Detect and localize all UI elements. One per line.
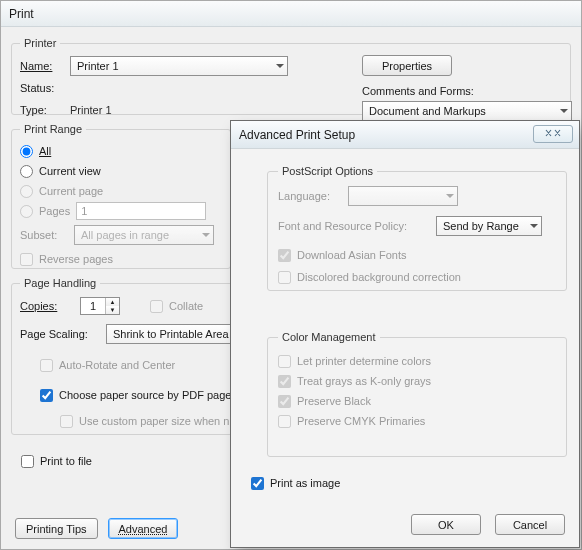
- print-range-group: Print Range All Current view Current pag…: [11, 123, 231, 269]
- frp-label: Font and Resource Policy:: [278, 220, 428, 232]
- print-as-image-label: Print as image: [270, 477, 340, 489]
- frp-select[interactable]: Send by Range: [436, 216, 542, 236]
- printer-name-select[interactable]: Printer 1: [70, 56, 288, 76]
- comments-forms-select[interactable]: Document and Markups: [362, 101, 572, 121]
- let-printer-label: Let printer determine colors: [297, 355, 431, 367]
- page-scaling-label: Page Scaling:: [20, 328, 106, 340]
- advanced-titlebar: Advanced Print Setup: [231, 121, 579, 149]
- subset-label: Subset:: [20, 229, 68, 241]
- advanced-print-setup-dialog: Advanced Print Setup PostScript Options …: [230, 120, 580, 548]
- print-titlebar: Print: [1, 1, 581, 27]
- color-management-group: Color Management Let printer determine c…: [267, 331, 567, 457]
- range-all-label: All: [39, 145, 51, 157]
- copies-stepper[interactable]: ▲▼: [80, 297, 120, 315]
- subset-select: All pages in range: [74, 225, 214, 245]
- postscript-options-group: PostScript Options Language: Font and Re…: [267, 165, 567, 291]
- auto-rotate-checkbox: [40, 359, 53, 372]
- auto-rotate-label: Auto-Rotate and Center: [59, 359, 175, 371]
- treat-grays-label: Treat grays as K-only grays: [297, 375, 431, 387]
- reverse-pages-label: Reverse pages: [39, 253, 113, 265]
- range-pages-label: Pages: [39, 205, 70, 217]
- spin-up-icon[interactable]: ▲: [106, 298, 119, 306]
- name-label: Name:: [20, 60, 70, 72]
- range-currentview-label: Current view: [39, 165, 101, 177]
- range-currentpage-radio: [20, 185, 33, 198]
- pages-input: [76, 202, 206, 220]
- discolored-label: Discolored background correction: [297, 271, 461, 283]
- printing-tips-button[interactable]: Printing Tips: [15, 518, 98, 539]
- ok-button[interactable]: OK: [411, 514, 481, 535]
- status-label: Status:: [20, 82, 70, 94]
- copies-label: Copies:: [20, 300, 80, 312]
- postscript-legend: PostScript Options: [278, 165, 377, 177]
- preserve-cmyk-checkbox: [278, 415, 291, 428]
- preserve-black-checkbox: [278, 395, 291, 408]
- spin-down-icon[interactable]: ▼: [106, 306, 119, 314]
- print-to-file-label: Print to file: [40, 455, 92, 467]
- print-range-legend: Print Range: [20, 123, 86, 135]
- printer-group: Printer Name: Printer 1 Status: Type: Pr…: [11, 37, 571, 115]
- advanced-title: Advanced Print Setup: [239, 128, 355, 142]
- comments-forms-label: Comments and Forms:: [362, 85, 474, 97]
- language-select: [348, 186, 458, 206]
- print-to-file-checkbox[interactable]: [21, 455, 34, 468]
- page-handling-legend: Page Handling: [20, 277, 100, 289]
- advanced-button[interactable]: Advanced: [108, 518, 179, 539]
- print-as-image-checkbox[interactable]: [251, 477, 264, 490]
- let-printer-checkbox: [278, 355, 291, 368]
- treat-grays-checkbox: [278, 375, 291, 388]
- range-pages-radio: [20, 205, 33, 218]
- download-asian-label: Download Asian Fonts: [297, 249, 406, 261]
- close-icon: [544, 128, 562, 140]
- range-all-radio[interactable]: [20, 145, 33, 158]
- reverse-pages-checkbox: [20, 253, 33, 266]
- cancel-button[interactable]: Cancel: [495, 514, 565, 535]
- preserve-black-label: Preserve Black: [297, 395, 371, 407]
- color-management-legend: Color Management: [278, 331, 380, 343]
- type-value: Printer 1: [70, 104, 112, 116]
- copies-input[interactable]: [81, 299, 105, 313]
- preserve-cmyk-label: Preserve CMYK Primaries: [297, 415, 425, 427]
- type-label: Type:: [20, 104, 70, 116]
- printer-legend: Printer: [20, 37, 60, 49]
- choose-source-label: Choose paper source by PDF page size: [59, 389, 254, 401]
- close-button[interactable]: [533, 125, 573, 143]
- range-currentpage-label: Current page: [39, 185, 103, 197]
- print-title: Print: [9, 7, 34, 21]
- download-asian-checkbox: [278, 249, 291, 262]
- language-label: Language:: [278, 190, 340, 202]
- range-currentview-radio[interactable]: [20, 165, 33, 178]
- discolored-checkbox: [278, 271, 291, 284]
- properties-button[interactable]: Properties: [362, 55, 452, 76]
- custom-size-checkbox: [60, 415, 73, 428]
- choose-source-checkbox[interactable]: [40, 389, 53, 402]
- collate-checkbox: [150, 300, 163, 313]
- collate-label: Collate: [169, 300, 203, 312]
